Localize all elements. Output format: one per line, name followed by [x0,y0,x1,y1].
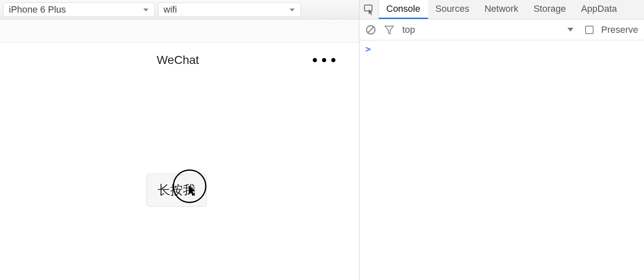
ban-icon [365,24,376,35]
devtools-tabbar: Console Sources Network Storage AppData [359,0,644,19]
chevron-down-icon [567,28,573,32]
tab-appdata[interactable]: AppData [573,0,625,19]
tab-console[interactable]: Console [379,0,428,19]
devtools-panel: Console Sources Network Storage AppData [359,0,644,280]
network-select[interactable]: wifi [158,3,301,17]
filter-button[interactable] [384,24,395,35]
simulator-toolbar: iPhone 6 Plus wifi [0,0,359,19]
chevron-down-icon [143,8,148,11]
app-nav-bar: WeChat [3,45,352,75]
svg-line-2 [368,27,374,33]
app-nav-title: WeChat [157,53,199,67]
inspect-icon [364,4,375,15]
ellipsis-icon [322,58,326,62]
long-press-button[interactable]: 长按我 [146,174,207,207]
device-frame: WeChat 长按我 [3,45,352,277]
ellipsis-icon [331,58,335,62]
console-output[interactable]: > [359,40,644,280]
console-toolbar: top Preserve [359,19,644,40]
tab-network[interactable]: Network [477,0,526,19]
simulator-subbar [0,19,359,43]
simulator-stage: WeChat 长按我 [0,43,359,280]
network-select-label: wifi [164,4,177,15]
ellipsis-icon [313,58,317,62]
app-menu-button[interactable] [313,58,335,62]
chevron-down-icon [290,8,295,11]
svg-rect-0 [364,5,372,11]
context-selector[interactable]: top [402,24,578,35]
devtools-tabs: Console Sources Network Storage AppData [379,0,625,19]
tab-sources[interactable]: Sources [428,0,477,19]
device-select-label: iPhone 6 Plus [9,4,66,15]
device-select[interactable]: iPhone 6 Plus [3,3,155,17]
context-selector-label: top [402,24,415,35]
preserve-log-checkbox[interactable] [585,26,594,34]
inspect-element-button[interactable] [359,0,379,19]
app-root: iPhone 6 Plus wifi WeChat [0,0,644,280]
funnel-icon [384,24,395,35]
app-content: 长按我 [3,75,352,277]
simulator-panel: iPhone 6 Plus wifi WeChat [0,0,359,280]
tab-storage[interactable]: Storage [526,0,573,19]
preserve-log-label: Preserve [601,24,638,35]
console-prompt-icon: > [365,44,371,54]
clear-console-button[interactable] [365,24,376,35]
